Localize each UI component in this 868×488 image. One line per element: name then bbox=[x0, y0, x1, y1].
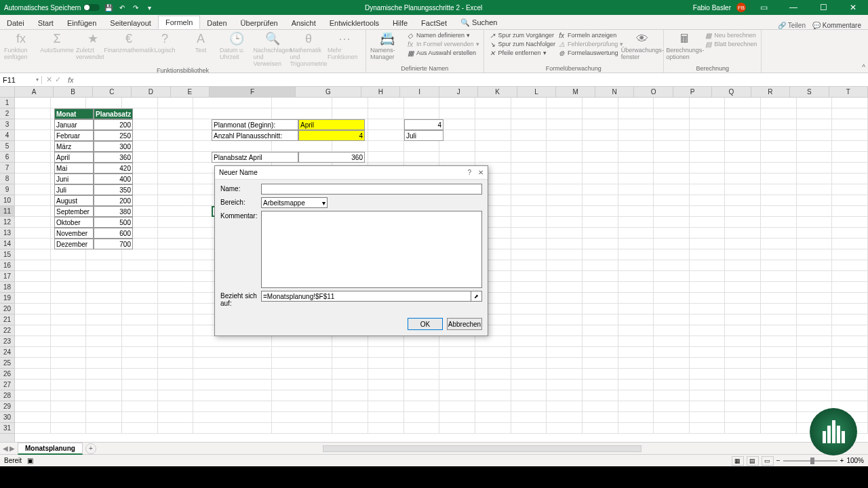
trace-dependents-button[interactable]: ↘Spur zum Nachfolger bbox=[488, 40, 556, 48]
cell-g6[interactable]: 360 bbox=[298, 152, 365, 163]
row-header[interactable]: 7 bbox=[0, 163, 14, 174]
cell-value[interactable]: 400 bbox=[94, 174, 133, 184]
calc-sheet-button[interactable]: ▤Blatt berechnen bbox=[704, 40, 757, 48]
row-header[interactable]: 2 bbox=[0, 108, 14, 119]
col-header[interactable]: Q bbox=[712, 87, 751, 97]
text-button[interactable]: AText bbox=[184, 31, 218, 54]
minimize-icon[interactable]: — bbox=[781, 0, 806, 15]
col-header[interactable]: I bbox=[400, 87, 439, 97]
trace-precedents-button[interactable]: ↗Spur zum Vorgänger bbox=[488, 31, 556, 39]
col-header[interactable]: O bbox=[634, 87, 673, 97]
row-header[interactable]: 13 bbox=[0, 228, 14, 239]
cell-month[interactable]: Juli bbox=[54, 184, 94, 195]
tab-start[interactable]: Start bbox=[31, 17, 60, 29]
tab-ueberpruefen[interactable]: Überprüfen bbox=[234, 17, 285, 29]
col-header[interactable]: S bbox=[790, 87, 829, 97]
row-header[interactable]: 19 bbox=[0, 293, 14, 304]
cell-g3[interactable]: April bbox=[298, 119, 365, 130]
zoom-in-icon[interactable]: + bbox=[840, 457, 844, 464]
avatar[interactable]: FB bbox=[736, 3, 746, 12]
view-pagebreak-icon[interactable]: ▭ bbox=[762, 456, 774, 466]
row-header[interactable]: 10 bbox=[0, 195, 14, 206]
cell-month[interactable]: Juni bbox=[54, 174, 94, 184]
tab-daten[interactable]: Daten bbox=[200, 17, 233, 29]
collapse-ribbon-icon[interactable]: ^ bbox=[862, 64, 865, 71]
col-header[interactable]: P bbox=[673, 87, 712, 97]
recent-button[interactable]: ★Zuletzt verwendet bbox=[76, 31, 110, 60]
cell-month[interactable]: April bbox=[54, 152, 94, 163]
scope-select[interactable]: Arbeitsmappe▾ bbox=[261, 197, 328, 208]
row-header[interactable]: 8 bbox=[0, 174, 14, 184]
cell-month[interactable]: Februar bbox=[54, 130, 94, 141]
cell-value[interactable]: 300 bbox=[94, 141, 133, 152]
row-header[interactable]: 23 bbox=[0, 336, 14, 347]
math-button[interactable]: θMathematik und Trigonometrie bbox=[292, 31, 326, 67]
view-pagelayout-icon[interactable]: ▤ bbox=[747, 456, 759, 466]
name-box[interactable]: F11▾ bbox=[0, 76, 42, 84]
close-icon[interactable]: ✕ bbox=[841, 0, 865, 15]
row-header[interactable]: 6 bbox=[0, 152, 14, 163]
insert-function-button[interactable]: fxFunktion einfügen bbox=[4, 31, 38, 60]
error-check-button[interactable]: ⚠Fehlerüberprüfung ▾ bbox=[557, 40, 623, 48]
row-header[interactable]: 21 bbox=[0, 314, 14, 325]
row-header[interactable]: 31 bbox=[0, 423, 14, 434]
sheet-tab-active[interactable]: Monatsplanung bbox=[18, 443, 83, 455]
cell-j4[interactable]: Juli bbox=[404, 130, 443, 141]
ok-button[interactable]: OK bbox=[408, 318, 443, 330]
row-header[interactable]: 17 bbox=[0, 271, 14, 282]
row-header[interactable]: 3 bbox=[0, 119, 14, 130]
range-picker-icon[interactable]: ⬈ bbox=[471, 291, 482, 302]
tab-seitenlayout[interactable]: Seitenlayout bbox=[103, 17, 158, 29]
row-header[interactable]: 1 bbox=[0, 98, 14, 108]
col-header[interactable]: L bbox=[517, 87, 556, 97]
tab-formeln[interactable]: Formeln bbox=[158, 16, 200, 29]
col-header[interactable]: K bbox=[478, 87, 517, 97]
row-header[interactable]: 20 bbox=[0, 304, 14, 314]
cell-g4[interactable]: 4 bbox=[298, 130, 365, 141]
cell-month[interactable]: Oktober bbox=[54, 217, 94, 228]
row-header[interactable]: 30 bbox=[0, 412, 14, 423]
cell-month[interactable]: Januar bbox=[54, 119, 94, 130]
zoom-out-icon[interactable]: − bbox=[776, 457, 781, 464]
fx-icon[interactable]: fx bbox=[65, 76, 77, 84]
col-header[interactable]: T bbox=[829, 87, 868, 97]
cell-j3[interactable]: 4 bbox=[404, 119, 443, 130]
cell-e3[interactable]: Planmonat (Beginn): bbox=[212, 119, 298, 130]
cell-e4[interactable]: Anzahl Planausschnitt: bbox=[212, 130, 298, 141]
col-header[interactable]: R bbox=[751, 87, 790, 97]
col-header[interactable]: B bbox=[54, 87, 92, 97]
sheet-nav-prev-icon[interactable]: ◀ bbox=[3, 445, 8, 452]
col-header[interactable]: N bbox=[595, 87, 634, 97]
cell-value[interactable]: 500 bbox=[94, 217, 133, 228]
cell-value[interactable]: 200 bbox=[94, 119, 133, 130]
cell-month[interactable]: März bbox=[54, 141, 94, 152]
tab-datei[interactable]: Datei bbox=[0, 17, 31, 29]
cell-month[interactable]: Dezember bbox=[54, 239, 94, 249]
evaluate-formula-button[interactable]: ⊚Formelauswertung bbox=[557, 49, 623, 57]
row-header[interactable]: 16 bbox=[0, 260, 14, 271]
close-dialog-icon[interactable]: ✕ bbox=[478, 169, 484, 176]
ribbon-display-icon[interactable]: ▭ bbox=[751, 0, 776, 15]
row-header[interactable]: 26 bbox=[0, 369, 14, 380]
horizontal-scrollbar[interactable] bbox=[323, 445, 642, 452]
row-header[interactable]: 24 bbox=[0, 347, 14, 358]
calc-now-button[interactable]: ▦Neu berechnen bbox=[704, 31, 757, 39]
accept-formula-icon[interactable]: ✓ bbox=[55, 75, 61, 84]
calc-options-button[interactable]: 🖩Berechnungs-optionen bbox=[668, 31, 702, 60]
row-header[interactable]: 18 bbox=[0, 282, 14, 293]
col-header[interactable]: H bbox=[361, 87, 400, 97]
row-header[interactable]: 22 bbox=[0, 325, 14, 336]
macro-record-icon[interactable]: ▣ bbox=[27, 457, 33, 464]
zoom-slider[interactable] bbox=[783, 460, 837, 462]
cell-value[interactable]: 420 bbox=[94, 163, 133, 174]
row-header[interactable]: 5 bbox=[0, 141, 14, 152]
define-name-button[interactable]: ◇Namen definieren ▾ bbox=[406, 31, 479, 39]
row-header[interactable]: 11 bbox=[0, 206, 14, 217]
col-header[interactable]: J bbox=[439, 87, 478, 97]
col-header[interactable]: G bbox=[296, 87, 361, 97]
col-header[interactable]: C bbox=[93, 87, 132, 97]
cell-value[interactable]: 250 bbox=[94, 130, 133, 141]
undo-icon[interactable]: ↶ bbox=[117, 3, 127, 12]
cancel-formula-icon[interactable]: ✕ bbox=[46, 75, 52, 84]
save-icon[interactable]: 💾 bbox=[104, 3, 113, 12]
